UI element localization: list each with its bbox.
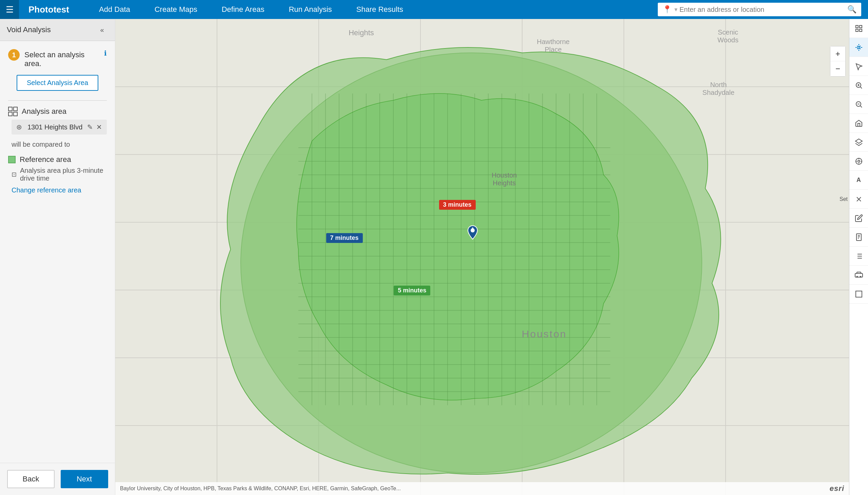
step-badge: 1 [8, 49, 20, 61]
nav-items: Add Data Create Maps Define Areas Run An… [87, 0, 658, 19]
nav-item-create-maps[interactable]: Create Maps [143, 0, 210, 19]
step-text: Select an analysis area. [24, 49, 97, 68]
app-title: Phototest [29, 4, 69, 15]
analysis-area-header: Analysis area [8, 107, 107, 116]
attribution-text: Baylor University, City of Houston, HPB,… [120, 485, 401, 492]
map-toolbar-right: A Set [849, 19, 868, 495]
nav-item-define-areas[interactable]: Define Areas [210, 0, 277, 19]
svg-line-70 [860, 106, 862, 107]
toolbar-zoom-out-btn[interactable] [849, 95, 868, 114]
toolbar-layers-btn[interactable] [849, 133, 868, 152]
toolbar-list-btn[interactable] [849, 247, 868, 266]
drive-time-icon: ⊡ [12, 171, 17, 178]
svg-point-78 [858, 160, 860, 162]
change-reference-area-link[interactable]: Change reference area [12, 186, 81, 194]
reference-area-square-icon [8, 156, 16, 163]
layer-icon: ⊛ [16, 123, 22, 131]
toolbar-grid-btn[interactable] [849, 19, 868, 38]
toolbar-select-btn[interactable] [849, 57, 868, 76]
map-attribution: Baylor University, City of Houston, HPB,… [115, 482, 849, 495]
main-layout: Void Analysis « 1 Select an analysis are… [0, 19, 868, 495]
next-button[interactable]: Next [61, 470, 108, 488]
location-icon: 📍 [663, 5, 672, 14]
toolbar-locate-btn[interactable] [849, 152, 868, 171]
remove-analysis-area-button[interactable]: ✕ [96, 123, 102, 131]
reference-area-description: ⊡ Analysis area plus 3-minute drive time [12, 167, 107, 182]
map-svg [115, 19, 868, 495]
toolbar-docs-btn[interactable] [849, 228, 868, 247]
svg-marker-72 [855, 139, 862, 143]
analysis-area-label: Analysis area [22, 107, 66, 116]
collapse-icon: « [100, 26, 104, 34]
edit-analysis-area-button[interactable]: ✎ [87, 123, 93, 131]
sidebar: Void Analysis « 1 Select an analysis are… [0, 19, 115, 495]
set-label: Set [839, 196, 848, 202]
svg-rect-94 [856, 291, 862, 297]
toolbar-text-btn[interactable]: A [849, 171, 868, 190]
svg-rect-2 [9, 112, 12, 116]
svg-point-64 [858, 47, 860, 49]
sidebar-footer: Back Next [0, 463, 115, 495]
svg-line-66 [860, 87, 862, 88]
reference-area-header: Reference area [8, 155, 107, 164]
sidebar-header: Void Analysis « [0, 19, 115, 41]
svg-point-59 [471, 228, 475, 233]
toolbar-drive-btn[interactable] [849, 266, 868, 285]
analysis-area-name: 1301 Heights Blvd [28, 123, 84, 131]
search-submit-icon[interactable]: 🔍 [847, 5, 856, 14]
toolbar-edit-map-btn[interactable] [849, 209, 868, 228]
svg-rect-62 [856, 29, 858, 32]
svg-rect-1 [14, 107, 17, 111]
info-icon[interactable]: ℹ [104, 49, 107, 57]
menu-icon: ☰ [6, 4, 14, 15]
esri-logo: esri [830, 484, 844, 493]
step-1-row: 1 Select an analysis area. ℹ [8, 49, 107, 68]
zoom-controls: + − [830, 46, 846, 76]
select-area-container: Select Analysis Area [8, 75, 107, 91]
search-bar: 📍 ▾ 🔍 [658, 3, 861, 16]
grid-icon [8, 107, 18, 116]
nav-item-add-data[interactable]: Add Data [87, 0, 143, 19]
toolbar-close-overlay-btn[interactable] [849, 190, 868, 209]
svg-rect-3 [14, 112, 17, 116]
app-logo: Phototest [19, 0, 87, 19]
map-area[interactable]: Heights HawthornePlace ScenicWoods North… [115, 19, 868, 495]
sidebar-body: 1 Select an analysis area. ℹ Select Anal… [0, 41, 115, 463]
reference-area-label: Reference area [20, 155, 71, 164]
nav-item-run-analysis[interactable]: Run Analysis [277, 0, 344, 19]
analysis-area-section: Analysis area ⊛ 1301 Heights Blvd ✎ ✕ [8, 107, 107, 135]
search-dropdown-icon[interactable]: ▾ [674, 6, 678, 13]
menu-button[interactable]: ☰ [0, 0, 19, 19]
svg-rect-60 [856, 25, 858, 28]
sidebar-collapse-button[interactable]: « [96, 24, 108, 36]
analysis-area-actions: ✎ ✕ [87, 123, 102, 131]
select-analysis-area-button[interactable]: Select Analysis Area [17, 75, 98, 91]
toolbar-touch-btn[interactable] [849, 38, 868, 57]
search-input[interactable] [680, 6, 845, 14]
svg-point-92 [856, 276, 857, 277]
sidebar-title: Void Analysis [7, 25, 51, 34]
analysis-area-item: ⊛ 1301 Heights Blvd ✎ ✕ [12, 120, 107, 135]
nav-item-share-results[interactable]: Share Results [344, 0, 415, 19]
zoom-in-button[interactable]: + [830, 47, 845, 61]
divider-1 [8, 100, 107, 101]
svg-rect-0 [9, 107, 12, 111]
toolbar-shape-btn[interactable] [849, 285, 868, 304]
svg-rect-91 [855, 273, 863, 277]
set-label-area: Set [849, 190, 868, 209]
reference-area-desc-text: Analysis area plus 3-minute drive time [20, 167, 107, 182]
back-button[interactable]: Back [7, 470, 54, 488]
svg-rect-61 [859, 25, 862, 28]
svg-rect-63 [859, 29, 862, 32]
reference-area-section: Reference area ⊡ Analysis area plus 3-mi… [8, 155, 107, 194]
topnav: ☰ Phototest Add Data Create Maps Define … [0, 0, 868, 19]
svg-point-93 [860, 276, 861, 277]
toolbar-home-btn[interactable] [849, 114, 868, 133]
toolbar-zoom-in-btn[interactable] [849, 76, 868, 95]
zoom-out-button[interactable]: − [830, 61, 845, 76]
will-compare-text: will be compared to [12, 141, 107, 149]
